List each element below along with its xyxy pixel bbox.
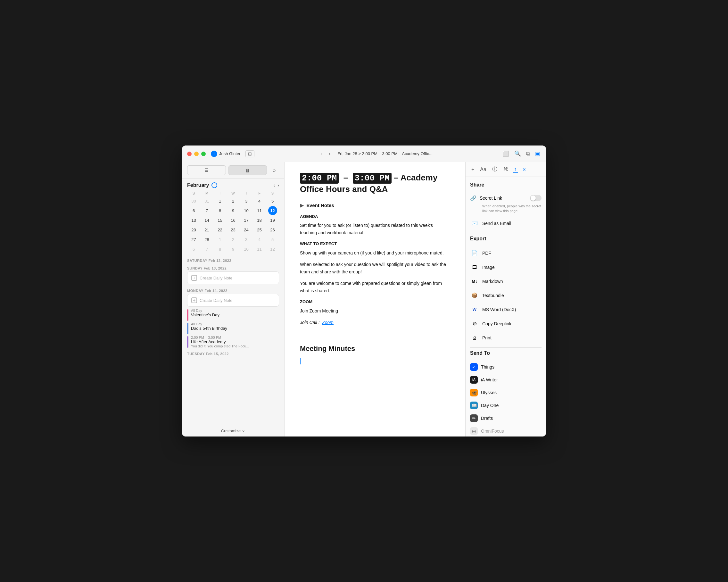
secret-link-toggle[interactable] [530,195,542,201]
cal-day[interactable]: 7 [203,206,211,215]
calendar-prev-button[interactable]: ‹ [274,183,275,188]
minimize-traffic-light[interactable] [194,152,199,156]
event-title-heading: 2:00 PM – 3:00 PM – Academy Office Hours… [300,172,450,195]
cal-day[interactable]: 24 [242,225,251,234]
send-to-divider [470,347,542,348]
join-call-link[interactable]: Zoom [322,320,334,325]
cal-day[interactable]: 6 [189,245,198,253]
split-view-button[interactable]: ▣ [535,150,541,158]
cal-day[interactable]: 2 [229,197,238,205]
cal-day[interactable]: 21 [203,225,211,234]
calendar-next-button[interactable]: › [278,183,279,188]
send-to-ulysses[interactable]: 🦋 Ulysses [470,386,542,399]
send-to-omnifocus[interactable]: ◎ OmniFocus [470,425,542,436]
cal-day[interactable]: 26 [268,225,277,234]
cal-day[interactable]: 13 [189,216,198,225]
cal-day[interactable]: 17 [242,216,251,225]
export-markdown-option[interactable]: M↓ Markdown [470,274,542,288]
event-notes-toggle[interactable]: ▶ Event Notes [300,203,450,208]
sidebar-search-button[interactable]: ⌕ [269,166,279,175]
cal-day[interactable]: 9 [229,245,238,253]
cal-day[interactable]: 20 [189,225,198,234]
create-daily-note-monday-button[interactable]: + Create Daily Note [187,294,279,307]
main-area: ☰ ▦ ⌕ February ‹ › S M T [182,162,546,436]
cal-day[interactable]: 25 [255,225,264,234]
cal-day-today[interactable]: 12 [268,206,277,215]
list-view-button[interactable]: ☰ [187,166,226,175]
create-daily-note-sunday-button[interactable]: + Create Daily Note [187,272,279,284]
customize-button[interactable]: Customize ∨ [221,429,245,433]
send-as-email-option[interactable]: ✉️ Send as Email [470,216,542,230]
send-to-drafts[interactable]: ✏ Drafts [470,412,542,425]
export-image-option[interactable]: 🖼 Image [470,260,542,274]
rp-info-button[interactable]: ⓘ [491,166,499,173]
cal-day[interactable]: 6 [189,206,198,215]
cal-day[interactable]: 19 [268,216,277,225]
copy-deeplink-option[interactable]: ⊘ Copy Deeplink [470,317,542,331]
cal-day[interactable]: 27 [189,235,198,244]
nav-forward-button[interactable]: › [327,150,332,158]
cal-day[interactable]: 7 [203,245,211,253]
cal-day[interactable]: 3 [242,197,251,205]
calendar-view-button[interactable]: ▦ [229,166,267,175]
search-button[interactable]: 🔍 [514,150,522,158]
cal-day[interactable]: 5 [268,235,277,244]
cal-day[interactable]: 23 [229,225,238,234]
nav-back-button[interactable]: ‹ [319,150,324,158]
expand-traffic-light[interactable] [201,152,206,156]
breadcrumb: Fri, Jan 28 > 2:00 PM – 3:00 PM – Academ… [337,151,432,156]
cal-day[interactable]: 10 [242,245,251,253]
cal-day[interactable]: 18 [255,216,264,225]
sidebar-footer: Customize ∨ [182,425,284,436]
export-pdf-option[interactable]: 📄 PDF [470,246,542,260]
cal-day[interactable]: 30 [189,197,198,205]
print-option[interactable]: 🖨 Print [470,331,542,345]
secret-link-description: When enabled, people with the secret lin… [470,204,542,216]
event-valentines[interactable]: All Day Valentine's Day [187,309,279,321]
omnifocus-label: OmniFocus [481,429,542,434]
new-window-button[interactable]: ⬜ [502,150,510,158]
calendar-today-button[interactable] [211,182,217,188]
event-time: All Day [191,322,279,326]
cal-day[interactable]: 1 [216,235,225,244]
send-to-dayone[interactable]: 📖 Day One [470,399,542,412]
cal-day[interactable]: 9 [229,206,238,215]
right-panel-toolbar: + Aa ⓘ ⌘ ↑ ✕ [466,162,546,177]
rp-add-button[interactable]: + [470,166,475,173]
image-icon: 🖼 [470,263,479,272]
rp-font-button[interactable]: Aa [479,166,488,173]
cal-day[interactable]: 15 [216,216,225,225]
cal-day[interactable]: 4 [255,235,264,244]
cal-day[interactable]: 10 [242,206,251,215]
export-textbundle-option[interactable]: 📦 Textbundle [470,288,542,303]
cal-day[interactable]: 2 [229,235,238,244]
send-to-things[interactable]: ✓ Things [470,360,542,373]
cal-day[interactable]: 11 [255,245,264,253]
cal-day[interactable]: 5 [268,197,277,205]
cal-day[interactable]: 11 [255,206,264,215]
sidebar-toggle-button[interactable]: ⊟ [245,150,254,157]
close-traffic-light[interactable] [187,152,191,156]
event-life-after-academy[interactable]: 2:00 PM – 3:00 PM Life After Academy You… [187,335,279,348]
rp-close-button[interactable]: ✕ [521,166,527,173]
cal-day[interactable]: 8 [216,245,225,253]
cal-day[interactable]: 12 [268,245,277,253]
cal-day[interactable]: 22 [216,225,225,234]
event-dads-birthday[interactable]: All Day Dad's 54th Birthday [187,322,279,334]
cal-day[interactable]: 8 [216,206,225,215]
create-daily-note-monday-label: Create Daily Note [200,298,233,303]
cal-day[interactable]: 4 [255,197,264,205]
cal-day[interactable]: 3 [242,235,251,244]
copy-button[interactable]: ⧉ [525,150,530,158]
cal-day[interactable]: 31 [203,197,211,205]
ia-writer-label: iA Writer [481,377,542,382]
rp-command-button[interactable]: ⌘ [502,166,510,173]
calendar-week-1: 30 31 1 2 3 4 5 [187,197,279,205]
cal-day[interactable]: 14 [203,216,211,225]
cal-day[interactable]: 16 [229,216,238,225]
send-to-ia-writer[interactable]: iA iA Writer [470,373,542,386]
rp-share-button[interactable]: ↑ [513,166,518,173]
cal-day[interactable]: 28 [203,235,211,244]
export-msword-option[interactable]: W MS Word (DocX) [470,303,542,317]
cal-day[interactable]: 1 [216,197,225,205]
